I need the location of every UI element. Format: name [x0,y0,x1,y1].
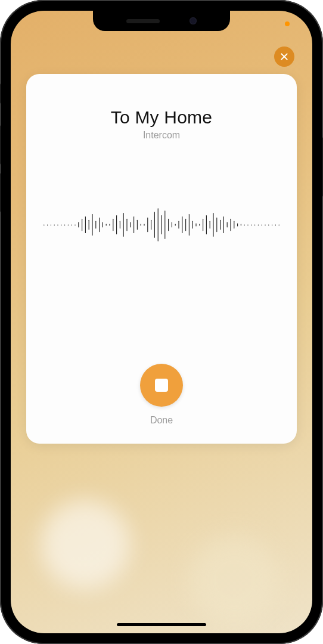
background-blob [190,535,279,625]
home-indicator[interactable] [117,623,206,626]
card-title: To My Home [111,107,212,128]
background-blob [41,500,130,589]
device-frame: To My Home Intercom [0,0,323,644]
stop-icon [155,379,168,392]
screen: To My Home Intercom [11,11,312,633]
close-button[interactable] [274,47,294,67]
mute-switch [0,83,1,104]
volume-up-button [0,125,1,165]
close-icon [279,52,289,61]
front-camera [190,17,197,24]
waveform-icon [41,198,282,252]
notch [93,11,230,31]
volume-down-button [0,173,1,212]
recording-indicator-icon [285,21,290,26]
card-subtitle: Intercom [143,130,180,141]
intercom-card: To My Home Intercom [26,74,297,444]
done-label: Done [150,415,173,426]
stop-recording-button[interactable] [140,364,183,407]
speaker-grille [126,19,160,23]
